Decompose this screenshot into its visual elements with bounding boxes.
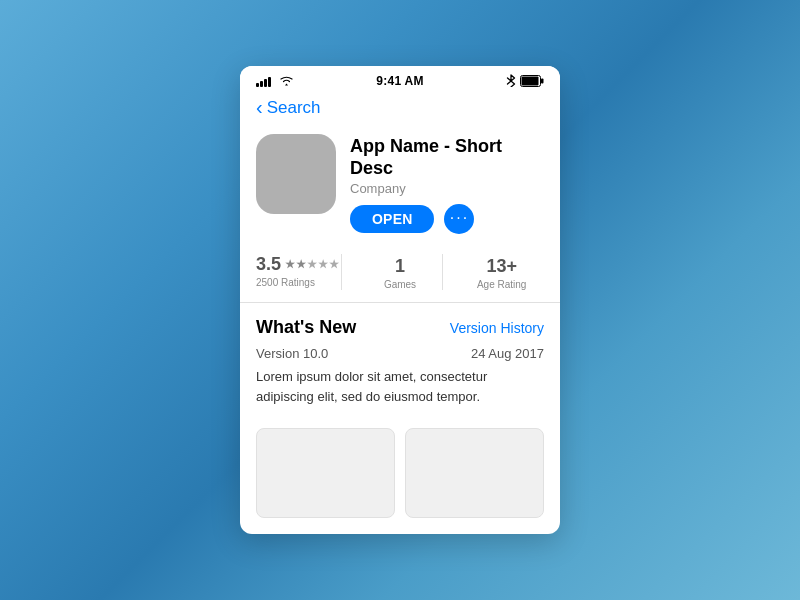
status-right xyxy=(506,74,544,87)
app-name: App Name - Short Desc xyxy=(350,136,544,179)
games-count: 1 xyxy=(395,256,405,277)
star-4: ★ xyxy=(318,258,328,271)
games-section: 1 Games xyxy=(341,254,443,290)
star-2: ★ xyxy=(296,258,306,271)
app-company: Company xyxy=(350,181,544,196)
svg-rect-1 xyxy=(541,78,544,83)
age-rating: 13+ xyxy=(486,256,517,277)
stars: ★ ★ ★ ★ ★ xyxy=(285,258,339,271)
ratings-row: 3.5 ★ ★ ★ ★ ★ 2500 Ratings 1 Games 13+ A… xyxy=(240,246,560,303)
rating-score: 3.5 ★ ★ ★ ★ ★ xyxy=(256,254,339,275)
version-date: 24 Aug 2017 xyxy=(471,346,544,361)
app-details: App Name - Short Desc Company OPEN ··· xyxy=(350,134,544,234)
nav-bar: ‹ Search xyxy=(240,94,560,126)
phone-card: 9:41 AM ‹ Search App Name - Short Desc C… xyxy=(240,66,560,534)
battery-icon xyxy=(520,75,544,87)
whats-new-title: What's New xyxy=(256,317,356,338)
rating-section: 3.5 ★ ★ ★ ★ ★ 2500 Ratings xyxy=(256,254,341,288)
ratings-count: 2500 Ratings xyxy=(256,277,315,288)
svg-rect-2 xyxy=(521,76,538,85)
back-chevron-icon: ‹ xyxy=(256,97,263,117)
version-info-row: Version 10.0 24 Aug 2017 xyxy=(256,346,544,361)
wifi-icon xyxy=(279,75,294,86)
app-actions: OPEN ··· xyxy=(350,204,544,234)
star-5: ★ xyxy=(329,258,339,271)
whats-new-section: What's New Version History Version 10.0 … xyxy=(240,303,560,428)
games-label: Games xyxy=(384,279,416,290)
star-1: ★ xyxy=(285,258,295,271)
back-label: Search xyxy=(267,98,321,118)
whats-new-header: What's New Version History xyxy=(256,317,544,338)
bluetooth-icon xyxy=(506,74,516,87)
open-button[interactable]: OPEN xyxy=(350,205,434,233)
status-bar: 9:41 AM xyxy=(240,66,560,94)
version-description: Lorem ipsum dolor sit amet, consectetur … xyxy=(256,367,544,406)
age-label: Age Rating xyxy=(477,279,526,290)
screenshot-1 xyxy=(256,428,395,518)
status-left xyxy=(256,75,294,87)
more-button[interactable]: ··· xyxy=(444,204,474,234)
version-number: Version 10.0 xyxy=(256,346,328,361)
screenshot-2 xyxy=(405,428,544,518)
back-button[interactable]: ‹ Search xyxy=(256,98,321,118)
signal-icon xyxy=(256,75,271,87)
age-section: 13+ Age Rating xyxy=(442,254,544,290)
star-3: ★ xyxy=(307,258,317,271)
app-info: App Name - Short Desc Company OPEN ··· xyxy=(240,126,560,246)
app-icon xyxy=(256,134,336,214)
screenshots-row xyxy=(240,428,560,534)
status-time: 9:41 AM xyxy=(376,74,424,88)
version-history-link[interactable]: Version History xyxy=(450,320,544,336)
